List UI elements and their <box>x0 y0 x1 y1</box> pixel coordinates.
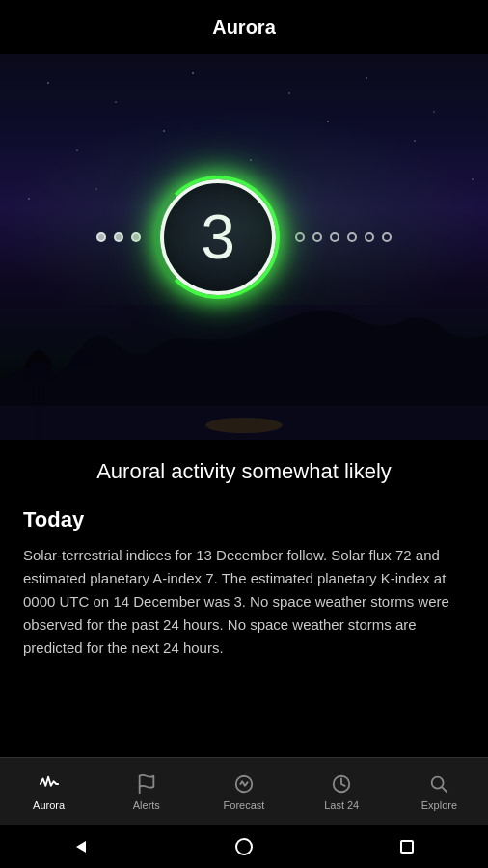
svg-point-1 <box>205 418 283 433</box>
chart-icon <box>232 773 256 796</box>
nav-label-last24: Last 24 <box>324 800 359 811</box>
dot-1 <box>114 232 123 242</box>
landscape-silhouette <box>0 285 488 440</box>
dot-5 <box>330 232 339 242</box>
app-header: Aurora <box>0 0 488 54</box>
dots-left <box>96 232 141 242</box>
svg-rect-9 <box>401 841 413 853</box>
system-nav <box>0 825 488 868</box>
svg-point-8 <box>236 839 252 854</box>
activity-text: Auroral activity somewhat likely <box>23 459 465 484</box>
main-content: Auroral activity somewhat likely Today S… <box>0 440 488 757</box>
home-button[interactable] <box>234 837 254 856</box>
kp-circle: 3 <box>160 179 276 295</box>
svg-line-6 <box>443 787 447 792</box>
bottom-nav: Aurora Alerts Forecast Last 24 <box>0 757 488 825</box>
nav-item-forecast[interactable]: Forecast <box>195 773 292 811</box>
dots-right <box>295 232 392 242</box>
nav-item-aurora[interactable]: Aurora <box>0 773 97 811</box>
recents-button[interactable] <box>397 837 417 856</box>
dot-3 <box>295 232 305 242</box>
today-label: Today <box>23 507 465 532</box>
clock-icon <box>330 773 353 796</box>
nav-item-explore[interactable]: Explore <box>391 773 488 811</box>
app-title: Aurora <box>212 16 276 39</box>
dot-2 <box>131 232 141 242</box>
nav-label-forecast: Forecast <box>224 800 265 811</box>
dot-4 <box>312 232 322 242</box>
svg-marker-7 <box>76 841 86 853</box>
today-body: Solar-terrestrial indices for 13 Decembe… <box>23 544 465 660</box>
hero-image: 3 <box>0 54 488 440</box>
dot-0 <box>96 232 106 242</box>
back-button[interactable] <box>71 837 91 856</box>
flag-icon <box>135 773 158 796</box>
nav-label-alerts: Alerts <box>133 800 160 811</box>
nav-item-last24[interactable]: Last 24 <box>293 773 391 811</box>
kp-container: 3 <box>96 179 392 295</box>
dot-8 <box>382 232 392 242</box>
nav-label-aurora: Aurora <box>33 800 65 811</box>
nav-item-alerts[interactable]: Alerts <box>97 773 195 811</box>
kp-number: 3 <box>201 206 235 268</box>
search-icon <box>427 773 450 796</box>
nav-label-explore: Explore <box>421 800 457 811</box>
dot-6 <box>347 232 357 242</box>
dot-7 <box>365 232 374 242</box>
waveform-icon <box>38 773 61 796</box>
